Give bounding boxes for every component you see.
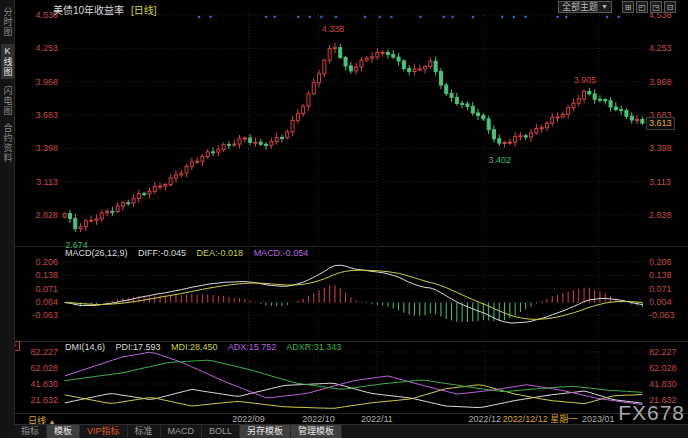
candle-body: [222, 144, 225, 149]
event-marker-dot: [308, 16, 311, 19]
candle-body: [328, 49, 331, 61]
event-marker-dot: [273, 16, 276, 19]
candle-body: [296, 114, 299, 121]
event-marker-dot: [419, 16, 422, 19]
maximize-icon[interactable]: ⊡: [664, 1, 676, 13]
candle-body: [243, 138, 246, 139]
chart-canvas[interactable]: [0, 0, 688, 425]
toolbar-tab-5[interactable]: MACD: [161, 425, 203, 438]
candle-body: [349, 66, 352, 71]
candle-body: [100, 213, 103, 219]
candle-body: [471, 106, 474, 113]
candle-body: [74, 219, 77, 229]
candle-body: [397, 57, 400, 61]
event-marker-dot: [565, 16, 568, 19]
candle-body: [90, 220, 93, 221]
chart-period-tag: [日线]: [131, 5, 157, 16]
panel-separator: [14, 413, 688, 414]
candle-body: [95, 219, 98, 221]
candle-body: [381, 52, 384, 53]
event-marker-dot: [443, 16, 446, 19]
sidebar-item-1[interactable]: 分时图: [1, 7, 14, 37]
bottom-toolbar: 指标模板VIP指标标准MACDBOLL另存模板管理模板: [14, 424, 688, 438]
sidebar-item-2[interactable]: K线图: [1, 44, 14, 79]
toolbar-tab-7[interactable]: 另存模板: [240, 425, 291, 438]
pane-next-icon[interactable]: ◳: [650, 1, 662, 13]
candle-body: [482, 115, 485, 118]
dmi-adx-value: ADX:15.752: [228, 342, 277, 352]
chart-title-row: 美债10年收益率 [日线]: [53, 2, 156, 17]
toolbar-tab-3[interactable]: VIP指标: [80, 425, 128, 438]
candle-body: [636, 119, 639, 120]
candle-body: [84, 221, 87, 227]
candle-body: [402, 61, 405, 69]
candle-body: [508, 142, 511, 143]
candle-body: [455, 97, 458, 103]
candle-body: [63, 214, 66, 218]
event-marker-dot: [265, 16, 268, 19]
event-marker-dot: [390, 16, 393, 19]
candle-body: [535, 128, 538, 133]
candle-body: [561, 114, 564, 117]
candle-body: [159, 186, 162, 187]
candle-body: [270, 142, 273, 146]
candle-body: [392, 54, 395, 57]
candle-body: [386, 52, 389, 54]
candle-body: [429, 61, 432, 66]
candle-body: [121, 203, 124, 206]
trading-app-window: 分时图K线图闪电图合约资料 美债10年收益率 [日线] 全部主题 ▼ ⊞◰◳⊡ …: [0, 0, 688, 438]
candle-body: [307, 94, 310, 106]
candle-body: [217, 149, 220, 152]
event-marker-dot: [556, 16, 559, 19]
toolbar-tab-2[interactable]: 模板: [47, 425, 80, 438]
candle-body: [461, 103, 464, 104]
candle-body: [238, 139, 241, 144]
toolbar-tab-8[interactable]: 管理模板: [291, 425, 342, 438]
window-layout-buttons: ⊞◰◳⊡: [622, 1, 676, 13]
candle-body: [196, 161, 199, 162]
toolbar-tab-1[interactable]: 指标: [14, 425, 47, 438]
event-marker-dot: [472, 16, 475, 19]
sidebar-item-4[interactable]: 合约资料: [1, 123, 14, 163]
event-marker-dot: [209, 16, 212, 19]
candle-body: [477, 113, 480, 115]
current-price-tag: 3.613: [646, 117, 675, 130]
event-marker-dot: [335, 16, 338, 19]
pane-prev-icon[interactable]: ◰: [636, 1, 648, 13]
macd-name: MACD(26,12,9): [65, 248, 128, 258]
candle-body: [498, 139, 501, 143]
event-marker-dot: [606, 16, 609, 19]
candle-body: [259, 142, 262, 144]
candle-body: [201, 157, 204, 162]
chevron-down-icon: ▼: [601, 2, 608, 12]
candle-body: [540, 128, 543, 129]
event-marker-dot: [501, 16, 504, 19]
event-marker-dot: [320, 16, 323, 19]
sidebar-item-3[interactable]: 闪电图: [1, 86, 14, 116]
candle-body: [318, 74, 321, 83]
candle-body: [588, 91, 591, 94]
candle-body: [111, 211, 114, 212]
event-marker-dot: [364, 16, 367, 19]
candle-body: [275, 137, 278, 141]
candle-body: [227, 144, 230, 145]
event-marker-dot: [198, 16, 201, 19]
candle-body: [280, 137, 283, 138]
split-screen-icon[interactable]: ⊞: [622, 1, 634, 13]
candle-body: [625, 110, 628, 116]
candle-body: [190, 162, 193, 167]
candle-body: [79, 227, 82, 229]
candle-body: [604, 100, 607, 101]
candle-body: [577, 99, 580, 103]
theme-selector-dropdown[interactable]: 全部主题 ▼: [558, 1, 612, 13]
toolbar-tab-6[interactable]: BOLL: [202, 425, 240, 438]
candle-body: [360, 60, 363, 67]
toolbar-tab-4[interactable]: 标准: [128, 425, 161, 438]
dmi-mdi-value: MDI:28.450: [171, 342, 218, 352]
candle-body: [598, 99, 601, 100]
candle-body: [355, 67, 358, 71]
macd-dea-value: DEA:-0.018: [197, 248, 244, 258]
candle-body: [514, 137, 517, 143]
candle-body: [249, 138, 252, 142]
candle-body: [620, 110, 623, 111]
